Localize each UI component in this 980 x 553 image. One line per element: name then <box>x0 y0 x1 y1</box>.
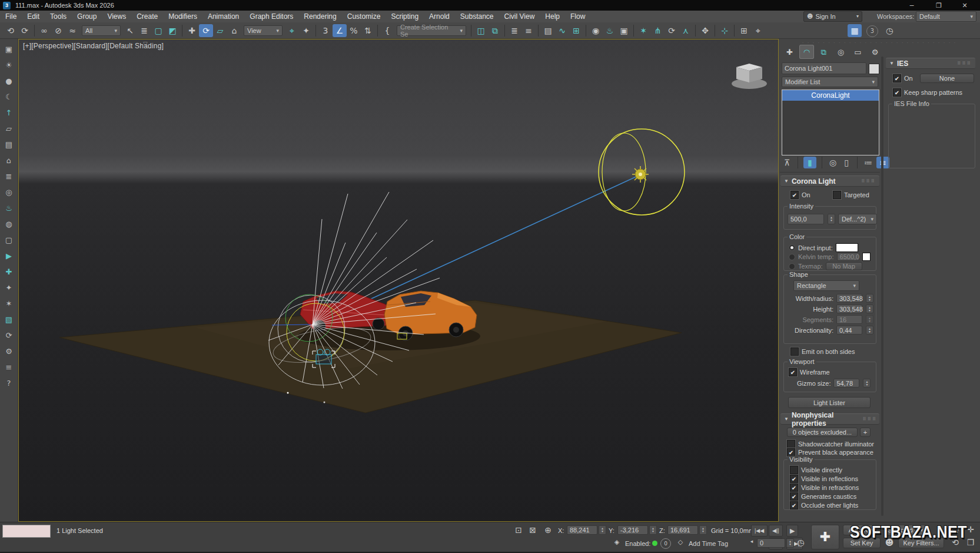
rotate-tool-icon[interactable]: ⟳ <box>2 330 15 340</box>
set-keys-button[interactable]: ✚ <box>811 525 839 549</box>
ies-none-button[interactable]: None <box>920 74 974 83</box>
menu-customize[interactable]: Customize <box>342 12 386 21</box>
width-spinner[interactable]: ▲▼ <box>866 294 873 303</box>
select-and-scale-icon[interactable]: ▱ <box>213 24 227 37</box>
menu-help[interactable]: Help <box>540 12 565 21</box>
tab-motion[interactable]: ◎ <box>833 45 848 59</box>
segments-field[interactable]: 16 <box>836 315 862 324</box>
configure-modifier-sets-icon[interactable]: ≔ <box>863 158 873 167</box>
curve-editor-icon[interactable]: ∿ <box>555 24 569 37</box>
generates-caustics-checkbox[interactable]: Generates caustics <box>790 492 856 501</box>
directionality-spinner[interactable]: ▲▼ <box>866 326 873 335</box>
absolute-mode-icon[interactable]: ⊕ <box>543 526 553 534</box>
arrow-tool-icon[interactable]: ↑ <box>2 107 15 118</box>
occlude-other-lights-checkbox[interactable]: Occlude other lights <box>790 501 858 509</box>
moon-tool-icon[interactable]: ☾ <box>2 91 15 102</box>
lock-selection-icon[interactable]: ⊠ <box>527 526 538 534</box>
menu-arnold[interactable]: Arnold <box>424 12 455 21</box>
rendered-frame-window-icon[interactable]: ▣ <box>617 24 631 37</box>
plugin-toolbar-icon-6[interactable]: ⊹ <box>717 24 732 37</box>
play-tool-icon[interactable]: ▶ <box>2 250 15 261</box>
percent-snap-toggle-icon[interactable]: % <box>347 24 361 37</box>
previous-frame-button[interactable]: ◀|| <box>769 525 783 537</box>
viewport-filter-funnel-icon[interactable]: ▽ <box>143 41 148 47</box>
remove-modifier-icon[interactable]: ▯ <box>841 158 852 167</box>
visible-reflections-checkbox[interactable]: Visible in reflections <box>790 475 858 483</box>
select-and-rotate-icon[interactable]: ⟳ <box>199 24 213 37</box>
add-excluded-button[interactable]: + <box>860 428 871 437</box>
teapot-tool-icon[interactable]: ♨ <box>2 203 15 213</box>
object-color-swatch[interactable] <box>869 64 879 74</box>
modifier-stack-item-coronalight[interactable]: CoronaLight <box>782 90 879 101</box>
visible-directly-checkbox[interactable]: Visible directly <box>790 466 842 474</box>
keep-sharp-patterns-checkbox[interactable]: Keep sharp patterns <box>893 88 962 97</box>
plugin-toolbar-icon-4[interactable]: ⋏ <box>679 24 693 37</box>
snaps-toggle-icon[interactable]: 3 <box>318 24 333 37</box>
menu-substance[interactable]: Substance <box>455 12 499 21</box>
view-cube[interactable] <box>732 64 767 89</box>
sign-in-button[interactable]: ☻ Sign In ▾ <box>803 11 862 22</box>
window-crossing-icon[interactable]: ◩ <box>165 24 180 37</box>
make-unique-icon[interactable]: ◎ <box>828 158 838 167</box>
current-frame-field[interactable]: 0 <box>757 538 785 548</box>
light-tool-icon[interactable]: ☀ <box>2 59 15 70</box>
list-tool-icon[interactable]: ≣ <box>2 171 15 181</box>
toggle-scene-explorer-icon[interactable]: ≣ <box>507 24 521 37</box>
lines-tool-icon[interactable]: ≡ <box>2 362 15 372</box>
intensity-field[interactable]: 500,0 <box>788 214 824 224</box>
home-tool-icon[interactable]: ⌂ <box>2 155 15 165</box>
tab-hierarchy[interactable]: ⧉ <box>816 45 831 59</box>
direct-input-radio[interactable]: Direct input: <box>789 243 858 252</box>
time-clock-icon[interactable]: ◷ <box>883 25 896 37</box>
select-and-place-icon[interactable]: ⌂ <box>227 24 241 37</box>
panel-scrollbar[interactable] <box>881 57 883 516</box>
minimize-button[interactable]: ─ <box>903 0 920 11</box>
y-coordinate-field[interactable]: -3,216 <box>617 525 648 535</box>
kelvin-field[interactable]: 6500,0 <box>837 253 859 261</box>
sphere-tool-icon[interactable]: ● <box>2 75 15 86</box>
visible-refractions-checkbox[interactable]: Visible in refractions <box>790 484 859 492</box>
plugin-toolbar-icon-3[interactable]: ⟳ <box>665 24 679 37</box>
texmap-button[interactable]: No Map <box>826 262 862 270</box>
y-spinner[interactable]: ▲▼ <box>649 525 657 535</box>
kelvin-radio[interactable]: Kelvin temp: 6500,0 <box>789 253 871 261</box>
x-coordinate-field[interactable]: 88,241 <box>567 525 597 535</box>
menu-modifiers[interactable]: Modifiers <box>163 12 202 21</box>
time-configuration-icon[interactable]: ◷ <box>796 538 805 547</box>
select-object-icon[interactable]: ↖ <box>123 24 137 37</box>
direct-color-swatch[interactable] <box>836 243 858 252</box>
torus-tool-icon[interactable]: ◎ <box>2 187 15 197</box>
frame-spinner[interactable]: ▲▼ <box>786 538 794 548</box>
width-field[interactable]: 303,548 <box>836 294 862 303</box>
menu-file[interactable]: File <box>0 12 22 21</box>
close-button[interactable]: ✕ <box>956 0 973 11</box>
select-and-move-icon[interactable]: ✚ <box>185 24 199 37</box>
material-editor-icon[interactable]: ◉ <box>589 24 603 37</box>
help-tool-icon[interactable]: ? <box>2 378 15 388</box>
schematic-view-icon[interactable]: ⊞ <box>569 24 583 37</box>
plugin-toolbar-icon-5[interactable]: ✥ <box>698 24 712 37</box>
unlink-selection-icon[interactable]: ⊘ <box>51 24 65 37</box>
shadowcatcher-checkbox[interactable]: Shadowcatcher illuminator <box>787 440 874 448</box>
edit-named-selection-sets-icon[interactable]: { <box>380 24 394 37</box>
spinner-snap-toggle-icon[interactable]: ⇅ <box>361 24 375 37</box>
zero-badge-icon[interactable]: 0 <box>660 538 671 549</box>
menu-flow[interactable]: Flow <box>565 12 590 21</box>
maxscript-mini-listener[interactable] <box>2 525 51 538</box>
star-tool-icon[interactable]: ✦ <box>2 282 15 293</box>
light-lister-button[interactable]: Light Lister <box>788 397 871 408</box>
select-and-link-icon[interactable]: ∞ <box>37 24 51 37</box>
objects-excluded-button[interactable]: 0 objects excluded... <box>787 428 858 437</box>
wireframe-checkbox[interactable]: Wireframe <box>789 368 830 376</box>
gizmo-size-spinner[interactable]: ▲▼ <box>863 379 871 388</box>
menu-civil-view[interactable]: Civil View <box>499 12 540 21</box>
intensity-spinner[interactable]: ▲▼ <box>828 214 835 224</box>
rollout-corona-light[interactable]: ▼ Corona Light ⠿⠿⠿ <box>780 175 879 187</box>
x-spinner[interactable]: ▲▼ <box>599 525 606 535</box>
gear-tool-icon[interactable]: ⚙ <box>2 346 15 356</box>
cube-tool-icon[interactable]: ▢ <box>2 234 15 245</box>
gizmo-size-field[interactable]: 54,78 <box>833 379 859 388</box>
plugin-toolbar-icon-1[interactable]: ✶ <box>636 24 650 37</box>
plugin-toolbar-icon-2[interactable]: ⋔ <box>650 24 665 37</box>
tab-display[interactable]: ▭ <box>851 45 865 59</box>
